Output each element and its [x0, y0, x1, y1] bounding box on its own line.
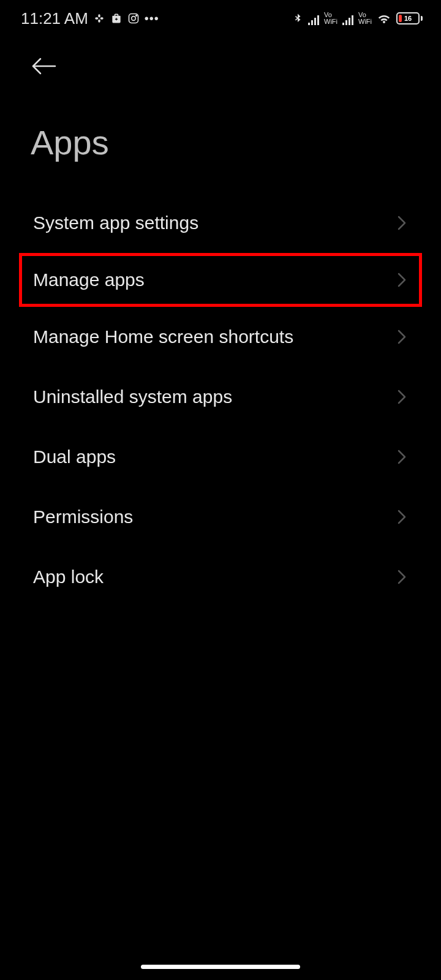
settings-item-manage-apps[interactable]: Manage apps: [19, 253, 422, 307]
settings-item-label: Permissions: [33, 507, 133, 527]
settings-item-manage-home-shortcuts[interactable]: Manage Home screen shortcuts: [22, 307, 419, 367]
svg-rect-12: [342, 23, 344, 25]
settings-item-app-lock[interactable]: App lock: [22, 547, 419, 607]
battery-level: 16: [404, 15, 412, 22]
chevron-right-icon: [397, 569, 407, 585]
svg-point-6: [132, 17, 136, 21]
svg-rect-8: [308, 23, 310, 25]
settings-item-label: Manage apps: [33, 270, 145, 290]
svg-rect-14: [349, 18, 350, 25]
chevron-right-icon: [397, 215, 407, 231]
svg-rect-2: [98, 14, 100, 17]
header: [0, 37, 441, 86]
svg-rect-9: [311, 20, 313, 25]
chevron-right-icon: [397, 389, 407, 405]
chevron-right-icon: [397, 272, 407, 288]
svg-rect-0: [95, 17, 98, 19]
instagram-icon: [127, 12, 140, 24]
svg-rect-15: [352, 15, 353, 25]
svg-rect-1: [100, 17, 104, 19]
signal-icon-1: VoWiFi: [308, 12, 337, 25]
status-time: 11:21 AM: [21, 9, 88, 28]
svg-rect-10: [314, 18, 316, 25]
chevron-right-icon: [397, 509, 407, 525]
battery-indicator: 16: [396, 12, 423, 24]
settings-item-label: Dual apps: [33, 447, 116, 467]
svg-point-7: [136, 15, 137, 17]
chevron-right-icon: [397, 449, 407, 465]
chevron-right-icon: [397, 329, 407, 345]
settings-item-permissions[interactable]: Permissions: [22, 487, 419, 547]
settings-item-label: Uninstalled system apps: [33, 386, 232, 407]
status-bar: 11:21 AM ••• VoWiFi VoWiFi 16: [0, 0, 441, 37]
page-title: Apps: [0, 86, 441, 193]
slack-icon: [93, 12, 105, 24]
bluetooth-icon: [292, 11, 303, 26]
settings-item-label: App lock: [33, 567, 104, 587]
settings-list: System app settings Manage apps Manage H…: [0, 193, 441, 607]
svg-rect-11: [317, 15, 319, 25]
signal-icon-2: VoWiFi: [342, 12, 372, 25]
settings-item-uninstalled-system-apps[interactable]: Uninstalled system apps: [22, 367, 419, 427]
settings-item-system-app-settings[interactable]: System app settings: [22, 193, 419, 253]
home-indicator[interactable]: [141, 965, 300, 969]
store-icon: [110, 12, 123, 24]
status-bar-right: VoWiFi VoWiFi 16: [292, 11, 423, 26]
wifi-icon: [377, 12, 391, 24]
svg-rect-3: [98, 20, 100, 23]
more-icon: •••: [145, 12, 159, 26]
settings-item-label: Manage Home screen shortcuts: [33, 326, 293, 347]
settings-item-label: System app settings: [33, 213, 198, 233]
status-bar-left: 11:21 AM •••: [21, 9, 159, 28]
vowifi-label-2: VoWiFi: [358, 12, 372, 25]
vowifi-label-1: VoWiFi: [324, 12, 337, 25]
svg-rect-13: [345, 20, 347, 25]
back-button[interactable]: [31, 55, 58, 77]
settings-item-dual-apps[interactable]: Dual apps: [22, 427, 419, 487]
